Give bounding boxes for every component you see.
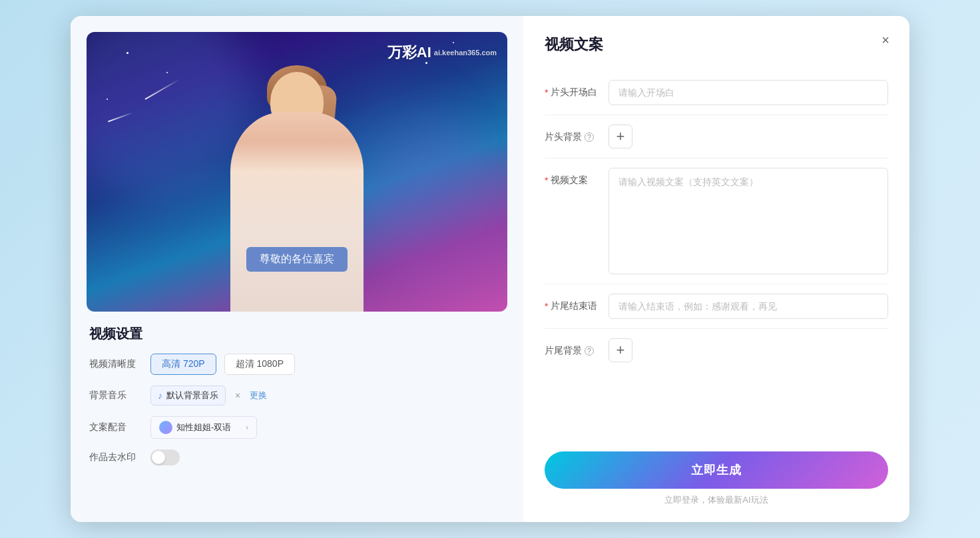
watermark: 万彩AI ai.keehan365.com: [387, 43, 497, 63]
quality-row: 视频清晰度 高清 720P 超清 1080P: [89, 354, 505, 375]
generate-button[interactable]: 立即生成: [545, 451, 888, 489]
subtitle-bar: 尊敬的各位嘉宾: [246, 247, 348, 272]
header-bg-help-icon[interactable]: ?: [585, 133, 594, 142]
video-copy-label: * 视频文案: [545, 168, 598, 186]
ending-row: * 片尾结束语: [545, 284, 888, 329]
music-row: 背景音乐 ♪ 默认背景音乐 × 更换: [89, 386, 505, 405]
ending-label: * 片尾结束语: [545, 294, 598, 312]
login-hint: 立即登录，体验最新AI玩法: [545, 494, 888, 506]
video-settings: 视频设置 视频清晰度 高清 720P 超清 1080P 背景音乐 ♪ 默认背景音…: [87, 325, 507, 476]
right-panel: × 视频文案 * 片头开场白 片头背景 ? +: [523, 16, 909, 522]
video-copy-textarea[interactable]: [609, 168, 888, 274]
music-tag: ♪ 默认背景音乐: [150, 386, 226, 405]
opening-input[interactable]: [609, 80, 888, 105]
video-preview: 万彩AI ai.keehan365.com 尊敬的各位嘉宾: [87, 32, 507, 312]
close-button[interactable]: ×: [875, 29, 896, 51]
quality-label: 视频清晰度: [89, 358, 142, 370]
settings-title: 视频设置: [89, 325, 505, 343]
ending-input[interactable]: [609, 294, 888, 319]
star-5: [107, 99, 108, 100]
main-modal: 万彩AI ai.keehan365.com 尊敬的各位嘉宾 视频设置 视频清晰度…: [71, 16, 909, 522]
music-change-btn[interactable]: 更换: [250, 390, 267, 402]
voice-avatar: [159, 421, 172, 434]
subtitle-text: 尊敬的各位嘉宾: [260, 253, 334, 264]
tail-bg-label: 片尾背景 ?: [545, 338, 598, 357]
voice-selector[interactable]: 知性姐姐-双语 ›: [150, 416, 257, 439]
ending-required-star: *: [545, 301, 548, 312]
opening-label: * 片头开场白: [545, 80, 598, 99]
watermark-site: ai.keehan365.com: [434, 49, 497, 57]
tail-bg-help-icon[interactable]: ?: [585, 346, 594, 356]
header-bg-add-btn[interactable]: +: [609, 125, 632, 148]
opening-row: * 片头开场白: [545, 71, 888, 115]
music-name: 默认背景音乐: [166, 390, 218, 402]
tail-bg-add-btn[interactable]: +: [609, 338, 632, 362]
panel-title: 视频文案: [545, 35, 888, 55]
opening-required-star: *: [545, 87, 548, 98]
modal-overlay: 万彩AI ai.keehan365.com 尊敬的各位嘉宾 视频设置 视频清晰度…: [0, 0, 980, 538]
quality-720p-btn[interactable]: 高清 720P: [150, 354, 216, 375]
header-bg-label: 片头背景 ?: [545, 125, 598, 143]
music-remove-btn[interactable]: ×: [234, 390, 242, 401]
tail-bg-row: 片尾背景 ? +: [545, 329, 888, 372]
video-copy-required-star: *: [545, 175, 548, 186]
quality-1080p-btn[interactable]: 超清 1080P: [224, 354, 295, 375]
left-panel: 万彩AI ai.keehan365.com 尊敬的各位嘉宾 视频设置 视频清晰度…: [71, 16, 523, 522]
voice-name: 知性姐姐-双语: [176, 421, 231, 433]
header-bg-row: 片头背景 ? +: [545, 115, 888, 158]
voice-row: 文案配音 知性姐姐-双语 ›: [89, 416, 505, 439]
watermark-brand: 万彩AI: [387, 43, 431, 63]
music-label: 背景音乐: [89, 390, 142, 402]
chevron-right-icon: ›: [246, 423, 248, 432]
music-icon: ♪: [158, 390, 162, 401]
star-1: [126, 52, 128, 54]
star-2: [166, 72, 168, 73]
video-copy-row: * 视频文案: [545, 158, 888, 284]
toggle-knob: [152, 451, 165, 464]
form-section: * 片头开场白 片头背景 ? + *: [545, 71, 888, 441]
character-figure: [217, 85, 377, 312]
watermark-toggle-label: 作品去水印: [89, 451, 142, 463]
watermark-toggle-row: 作品去水印: [89, 449, 505, 465]
char-body: [230, 112, 364, 312]
watermark-toggle[interactable]: [150, 449, 180, 465]
voice-label: 文案配音: [89, 421, 142, 433]
